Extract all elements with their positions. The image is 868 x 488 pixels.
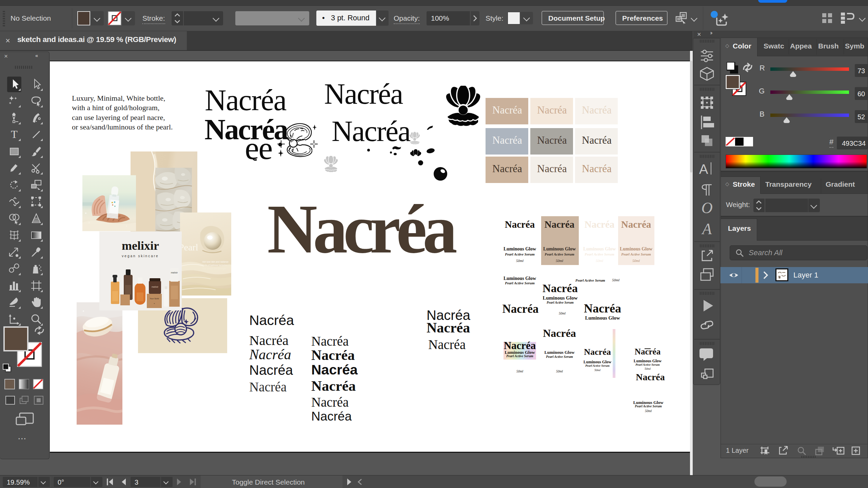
svg-text:T: T — [11, 128, 18, 140]
svg-text:O: O — [701, 199, 712, 217]
svg-text:rich luxe skin and radiance: rich luxe skin and radiance — [202, 261, 229, 263]
svg-text:Your Solid: Your Solid — [150, 298, 159, 300]
svg-text:vegan skincare: vegan skincare — [122, 254, 159, 258]
svg-text:melixir: melixir — [122, 239, 159, 252]
svg-text:Pearl: Pearl — [180, 242, 198, 252]
svg-text:A: A — [699, 162, 708, 177]
svg-text:+: + — [154, 302, 155, 304]
svg-text:A: A — [701, 220, 712, 238]
svg-text:melixir: melixir — [152, 286, 159, 288]
svg-text:melixir: melixir — [171, 271, 178, 274]
